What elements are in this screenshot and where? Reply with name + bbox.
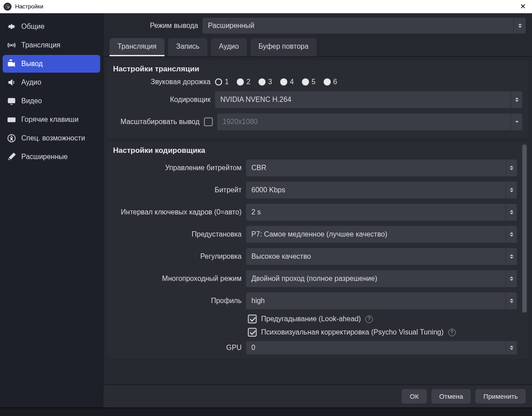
profile-select[interactable]: high [246,292,517,309]
psycho-visual-checkbox[interactable] [248,328,257,337]
panel-title: Настройки кодировщика [113,146,522,155]
svg-point-3 [11,45,12,46]
tuning-label: Регулировка [113,253,242,260]
chevron-up-down-icon [513,18,526,34]
sidebar-item-label: Трансляция [21,41,60,49]
panel-title: Настройки трансляции [113,65,522,74]
sidebar-item-label: Расширенные [21,153,68,161]
rescale-output-label: Масштабировать вывод [113,118,200,126]
psycho-visual-label: Психовизуальная корректировка (Psycho Vi… [261,328,444,336]
audio-track-5[interactable]: 5 [302,78,316,86]
audio-track-4[interactable]: 4 [280,78,294,86]
spinner-icon[interactable] [505,204,517,221]
lookahead-checkbox[interactable] [248,315,257,323]
sidebar-item-label: Вывод [21,60,43,68]
streaming-settings-panel: Настройки трансляции Звуковая дорожка 1 … [107,60,528,138]
lookahead-label: Предугадывание (Look-ahead) [261,315,361,323]
sidebar: Общие Трансляция Вывод Аудио Видео Горяч… [0,13,103,408]
tools-icon [7,152,16,161]
rate-control-select[interactable]: CBR [246,159,517,176]
chevron-up-down-icon [505,248,517,265]
sidebar-item-advanced[interactable]: Расширенные [3,148,100,166]
keyint-spinbox[interactable]: 2 s [246,204,517,221]
rescale-output-select[interactable]: 1920x1080 [217,113,522,130]
multipass-label: Многопроходный режим [113,275,242,283]
encoder-settings-panel: Настройки кодировщика Управление битрейт… [107,142,528,359]
help-icon[interactable]: ? [365,315,373,323]
encoder-label: Кодировщик [113,96,211,104]
chevron-down-icon [511,113,522,130]
audio-track-6[interactable]: 6 [324,78,337,86]
encoder-value: NVIDIA NVENC H.264 [220,96,291,104]
keyint-label: Интервал ключевых кадров (0=авто) [113,208,242,216]
titlebar: Настройки ✕ [0,0,532,13]
monitor-icon [7,97,16,105]
accessibility-icon [7,134,16,143]
sidebar-item-output[interactable]: Вывод [3,55,100,73]
tab-streaming[interactable]: Трансляция [110,38,164,56]
chevron-up-down-icon [505,270,517,287]
app-icon [4,3,12,11]
scrollbar-thumb[interactable] [522,144,527,313]
audio-track-label: Звуковая дорожка [113,78,211,86]
preset-label: Предустановка [113,230,242,238]
chevron-up-down-icon [505,292,517,309]
chevron-up-down-icon [511,91,522,108]
gpu-spinbox[interactable]: 0 [246,341,517,354]
output-mode-value: Расширенный [208,22,254,30]
output-mode-select[interactable]: Расширенный [203,18,526,34]
window-title: Настройки [15,3,517,10]
speaker-icon [7,78,16,87]
audio-track-1[interactable]: 1 [215,78,229,86]
sidebar-item-label: Спец. возможности [21,134,85,142]
sidebar-item-label: Аудио [21,78,41,86]
audio-track-3[interactable]: 3 [258,78,272,86]
tab-replay-buffer[interactable]: Буфер повтора [250,38,317,56]
tab-recording[interactable]: Запись [168,38,207,56]
encoder-select[interactable]: NVIDIA NVENC H.264 [215,91,522,108]
sidebar-item-audio[interactable]: Аудио [3,74,100,91]
sidebar-item-stream[interactable]: Трансляция [3,36,100,54]
output-mode-label: Режим вывода [110,22,198,30]
rescale-output-value: 1920x1080 [223,118,258,126]
sidebar-item-accessibility[interactable]: Спец. возможности [3,129,100,147]
rate-control-label: Управление битрейтом [113,164,242,172]
help-icon[interactable]: ? [448,329,456,336]
spinner-icon[interactable] [505,182,517,198]
gear-icon [7,22,16,31]
output-icon [7,59,16,68]
apply-button[interactable]: Применить [475,389,526,404]
svg-rect-4 [8,62,13,66]
audio-track-2[interactable]: 2 [237,78,250,86]
ok-button[interactable]: ОК [402,389,426,404]
tuning-select[interactable]: Высокое качество [246,248,517,265]
keyboard-icon [7,115,16,124]
tab-audio[interactable]: Аудио [211,38,247,56]
svg-rect-5 [8,98,15,103]
chevron-up-down-icon [505,159,517,176]
svg-point-2 [7,6,9,8]
profile-label: Профиль [113,297,242,305]
preset-select[interactable]: P7: Самое медленное (лучшее качество) [246,226,517,243]
dialog-footer: ОК Отмена Применить [103,385,532,408]
spinner-icon[interactable] [505,341,517,354]
scrollbar[interactable] [521,144,528,356]
sidebar-item-video[interactable]: Видео [3,92,100,110]
sidebar-item-label: Горячие клавиши [21,116,78,124]
output-tabs: Трансляция Запись Аудио Буфер повтора [103,36,532,57]
audio-track-radio-group: 1 2 3 4 5 6 [215,78,337,86]
cancel-button[interactable]: Отмена [431,389,471,404]
bitrate-label: Битрейт [113,186,242,194]
multipass-select[interactable]: Двойной проход (полное разрешение) [246,270,517,287]
sidebar-item-label: Общие [21,23,45,31]
sidebar-item-label: Видео [21,97,42,105]
close-button[interactable]: ✕ [517,2,528,11]
chevron-up-down-icon [505,226,517,243]
rescale-output-checkbox[interactable] [204,117,213,126]
antenna-icon [7,41,16,50]
background-strip [0,408,532,416]
gpu-label: GPU [113,344,242,352]
sidebar-item-hotkeys[interactable]: Горячие клавиши [3,111,100,128]
bitrate-spinbox[interactable]: 6000 Kbps [246,182,517,198]
sidebar-item-general[interactable]: Общие [3,18,100,35]
